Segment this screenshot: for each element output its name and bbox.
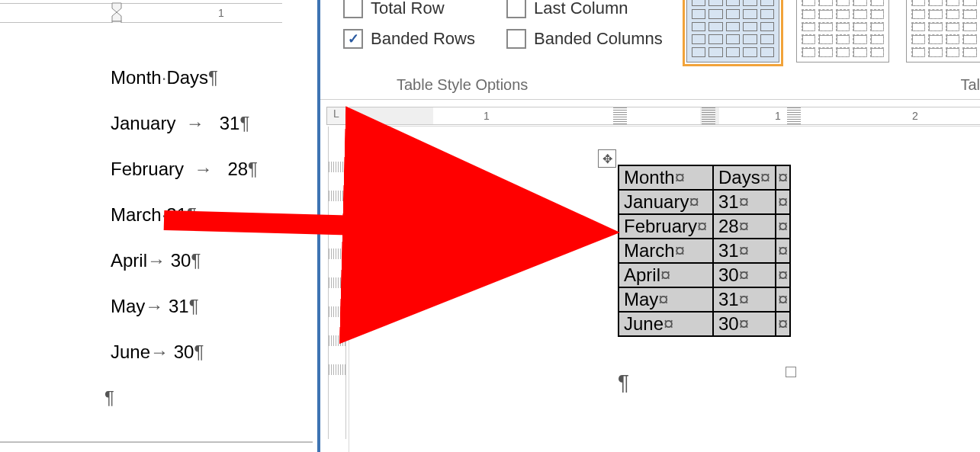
row-end-cell[interactable]: ¤ [776,312,790,336]
table-style-options-group: Total Row Last Column Banded Rows Banded… [343,0,663,49]
table-cell[interactable]: 30¤ [713,263,776,287]
ribbon-table-design: Total Row Last Column Banded Rows Banded… [320,0,980,99]
text-line[interactable]: January → 31¶ [111,114,258,133]
option-label: Total Row [371,0,445,18]
row-end-cell[interactable]: ¤ [776,287,790,312]
table-cell[interactable]: 31¤ [713,239,776,263]
table-row[interactable]: May¤31¤¤ [619,287,790,312]
ribbon-group-label: Table Style Options [397,76,528,94]
document-table[interactable]: Month¤Days¤¤January¤31¤¤February¤28¤¤Mar… [618,165,791,337]
svg-rect-2 [112,21,121,23]
tab-selector-icon[interactable]: L [326,107,346,125]
table-styles-gallery[interactable] [686,0,980,63]
ruler-number: 1 [775,110,781,122]
paragraph-mark-icon: ¶ [111,389,258,407]
table-row[interactable]: Month¤Days¤¤ [619,165,790,190]
table-move-handle-icon[interactable]: ✥ [598,149,616,168]
column-boundary-icon[interactable] [702,107,715,124]
table-cell[interactable]: March¤ [619,239,713,263]
text-line[interactable]: Month·Days¶ [111,69,258,87]
row-boundary-icon[interactable] [329,248,345,259]
column-boundary-icon[interactable] [613,107,627,124]
ruler-number: 1 [218,7,224,19]
table-cell[interactable]: 28¤ [713,214,776,239]
row-boundary-icon[interactable] [329,335,345,346]
row-end-cell[interactable]: ¤ [776,263,790,287]
row-boundary-icon[interactable] [329,364,345,375]
table-cell[interactable]: May¤ [619,287,713,312]
table-row[interactable]: February¤28¤¤ [619,214,790,239]
option-label: Banded Columns [534,29,663,49]
checkbox-icon[interactable] [343,29,363,49]
option-banded-columns[interactable]: Banded Columns [506,29,663,49]
row-boundary-icon[interactable] [329,277,345,288]
checkbox-icon[interactable] [506,0,526,18]
word-window-fragment: Total Row Last Column Banded Rows Banded… [320,0,980,452]
table-cell[interactable]: January¤ [619,190,713,214]
option-label: Banded Rows [371,29,475,49]
option-total-row[interactable]: Total Row [343,0,503,18]
text-line[interactable]: February → 28¶ [111,160,258,178]
table-style-thumbnail[interactable] [906,0,980,63]
option-label: Last Column [534,0,628,18]
text-line[interactable]: June→ 30¶ [111,343,258,361]
table-cell[interactable]: Days¤ [713,165,776,190]
left-document-fragment: 1 Month·Days¶January → 31¶February → 28¶… [0,0,316,452]
horizontal-ruler-right[interactable]: 1 1 2 [349,107,980,125]
ruler-number: 1 [484,110,490,122]
row-boundary-icon[interactable] [329,306,345,317]
ruler-number: 2 [912,110,918,122]
row-boundary-icon[interactable] [329,191,345,201]
row-end-cell[interactable]: ¤ [776,165,790,190]
row-end-cell[interactable]: ¤ [776,214,790,239]
left-text-body[interactable]: Month·Days¶January → 31¶February → 28¶Ma… [111,69,258,434]
table-style-thumbnail-selected[interactable] [686,0,779,63]
table-row[interactable]: January¤31¤¤ [619,190,790,214]
row-end-cell[interactable]: ¤ [776,239,790,263]
checkbox-icon[interactable] [506,29,526,49]
left-bottom-divider [0,441,313,443]
table-cell[interactable]: April¤ [619,263,713,287]
text-line[interactable]: March·31¶ [111,206,258,224]
row-boundary-icon[interactable] [329,162,345,172]
column-boundary-icon[interactable] [787,107,801,124]
svg-marker-0 [112,3,121,12]
table-cell[interactable]: 30¤ [713,312,776,336]
document-page[interactable]: ✥ Month¤Days¤¤January¤31¤¤February¤28¤¤M… [349,127,980,452]
paragraph-mark-icon: ¶ [618,370,629,395]
row-end-cell[interactable]: ¤ [776,190,790,214]
option-last-column[interactable]: Last Column [506,0,663,18]
vertical-ruler[interactable] [328,127,346,439]
table-cell[interactable]: 31¤ [713,287,776,312]
table-row[interactable]: March¤31¤¤ [619,239,790,263]
checkbox-icon[interactable] [343,0,363,18]
table-row[interactable]: June¤30¤¤ [619,312,790,336]
text-line[interactable]: April→ 30¶ [111,252,258,270]
table-cell[interactable]: February¤ [619,214,713,239]
text-line[interactable]: May→ 31¶ [111,297,258,316]
option-banded-rows[interactable]: Banded Rows [343,29,503,49]
table-resize-handle-icon[interactable] [786,367,796,377]
ribbon-bottom-border [320,99,980,100]
indent-marker-icon[interactable] [111,2,122,23]
table-cell[interactable]: 31¤ [713,190,776,214]
svg-marker-1 [112,12,121,21]
ribbon-group-label-cut: Tal [960,76,980,94]
table-cell[interactable]: June¤ [619,312,713,336]
horizontal-ruler-left[interactable]: 1 [0,3,282,23]
table-row[interactable]: April¤30¤¤ [619,263,790,287]
table-cell[interactable]: Month¤ [619,165,713,190]
table-style-thumbnail[interactable] [796,0,889,63]
row-boundary-icon[interactable] [329,220,345,230]
